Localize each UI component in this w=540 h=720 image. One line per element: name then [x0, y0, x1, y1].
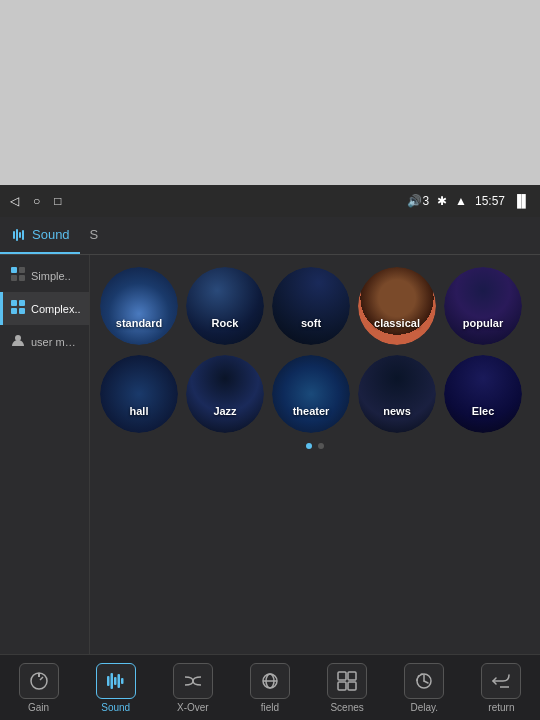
sidebar-label-complex: Complex.. [31, 303, 81, 315]
simple-icon [11, 267, 25, 284]
sidebar: Simple.. Complex.. [0, 255, 90, 654]
bottom-toolbar: Gain Sound X-Over [0, 654, 540, 720]
toolbar-scenes[interactable]: Scenes [317, 663, 377, 713]
xover-icon-box [173, 663, 213, 699]
sidebar-item-complex[interactable]: Complex.. [0, 292, 89, 325]
toolbar-field[interactable]: field [240, 663, 300, 713]
app-header: Sound S [0, 217, 540, 255]
svg-rect-26 [338, 682, 346, 690]
svg-rect-20 [121, 678, 124, 684]
sound-tab-icon [10, 226, 28, 244]
status-bar-left: ◁ ○ □ [10, 194, 62, 208]
toolbar-return[interactable]: return [471, 663, 531, 713]
sidebar-label-usermod: user mod.. [31, 336, 81, 348]
svg-rect-1 [16, 229, 18, 241]
tab-sound[interactable]: Sound [0, 217, 80, 254]
wifi-icon: ▲ [455, 194, 467, 208]
return-icon-box [481, 663, 521, 699]
circle-classical-label: classical [358, 317, 436, 329]
volume-icon: 🔊3 [407, 194, 429, 208]
toolbar-xover[interactable]: X-Over [163, 663, 223, 713]
circle-jazz[interactable]: Jazz [186, 355, 264, 433]
toolbar-sound[interactable]: Sound [86, 663, 146, 713]
status-bar-right: 🔊3 ✱ ▲ 15:57 ▐▌ [407, 194, 530, 208]
circle-popular-label: popular [444, 317, 522, 329]
battery-icon: ▐▌ [513, 194, 530, 208]
circle-jazz-label: Jazz [186, 405, 264, 417]
app-container: Sound S Simple.. [0, 217, 540, 720]
svg-rect-2 [19, 232, 21, 238]
complex-icon [11, 300, 25, 317]
toolbar-delay[interactable]: Delay. [394, 663, 454, 713]
circle-theater-label: theater [272, 405, 350, 417]
circle-standard-label: standard [100, 317, 178, 329]
content-area: Simple.. Complex.. [0, 255, 540, 654]
circle-news-label: news [358, 405, 436, 417]
xover-label: X-Over [177, 702, 209, 713]
field-icon-box [250, 663, 290, 699]
delay-label: Delay. [410, 702, 438, 713]
circle-elec[interactable]: Elec [444, 355, 522, 433]
pagination-dot-2[interactable] [318, 443, 324, 449]
circle-news[interactable]: news [358, 355, 436, 433]
circle-hall[interactable]: hall [100, 355, 178, 433]
toolbar-gain[interactable]: Gain [9, 663, 69, 713]
scenes-label: Scenes [330, 702, 363, 713]
usermod-icon [11, 333, 25, 350]
svg-rect-16 [107, 676, 110, 686]
svg-rect-24 [338, 672, 346, 680]
svg-line-30 [424, 681, 428, 683]
tab-sound-label: Sound [32, 227, 70, 242]
svg-rect-8 [11, 300, 17, 306]
circle-standard[interactable]: standard [100, 267, 178, 345]
back-nav-icon[interactable]: ◁ [10, 194, 19, 208]
return-label: return [488, 702, 514, 713]
circle-popular[interactable]: popular [444, 267, 522, 345]
circle-row-2: hall Jazz theater news Elec [100, 355, 530, 433]
circle-elec-label: Elec [444, 405, 522, 417]
circle-row-1: standard Rock soft classical popular [100, 267, 530, 345]
tab-s-label: S [90, 227, 99, 242]
circle-hall-label: hall [100, 405, 178, 417]
svg-rect-11 [19, 308, 25, 314]
sound-icon-box [96, 663, 136, 699]
circle-theater[interactable]: theater [272, 355, 350, 433]
svg-rect-5 [19, 267, 25, 273]
svg-rect-25 [348, 672, 356, 680]
field-label: field [261, 702, 279, 713]
svg-rect-4 [11, 267, 17, 273]
recents-nav-icon[interactable]: □ [54, 194, 61, 208]
circle-rock[interactable]: Rock [186, 267, 264, 345]
svg-line-15 [40, 677, 43, 680]
circle-classical[interactable]: classical [358, 267, 436, 345]
svg-rect-27 [348, 682, 356, 690]
pagination-dot-1[interactable] [306, 443, 312, 449]
pagination [100, 443, 530, 449]
svg-rect-9 [19, 300, 25, 306]
status-bar: ◁ ○ □ 🔊3 ✱ ▲ 15:57 ▐▌ [0, 185, 540, 217]
svg-rect-19 [117, 674, 120, 688]
svg-rect-10 [11, 308, 17, 314]
svg-rect-18 [114, 677, 117, 685]
sidebar-item-usermod[interactable]: user mod.. [0, 325, 89, 358]
svg-rect-0 [13, 231, 15, 239]
circle-soft[interactable]: soft [272, 267, 350, 345]
tab-s[interactable]: S [80, 217, 109, 254]
sidebar-label-simple: Simple.. [31, 270, 71, 282]
time-display: 15:57 [475, 194, 505, 208]
sound-label: Sound [101, 702, 130, 713]
svg-rect-3 [22, 230, 24, 240]
svg-rect-17 [110, 673, 113, 689]
bluetooth-icon: ✱ [437, 194, 447, 208]
home-nav-icon[interactable]: ○ [33, 194, 40, 208]
svg-rect-6 [11, 275, 17, 281]
gain-icon-box [19, 663, 59, 699]
svg-rect-7 [19, 275, 25, 281]
delay-icon-box [404, 663, 444, 699]
scenes-icon-box [327, 663, 367, 699]
circle-rock-label: Rock [186, 317, 264, 329]
main-panel: standard Rock soft classical popular [90, 255, 540, 654]
circle-soft-label: soft [272, 317, 350, 329]
sidebar-item-simple[interactable]: Simple.. [0, 259, 89, 292]
top-blank-area [0, 0, 540, 185]
